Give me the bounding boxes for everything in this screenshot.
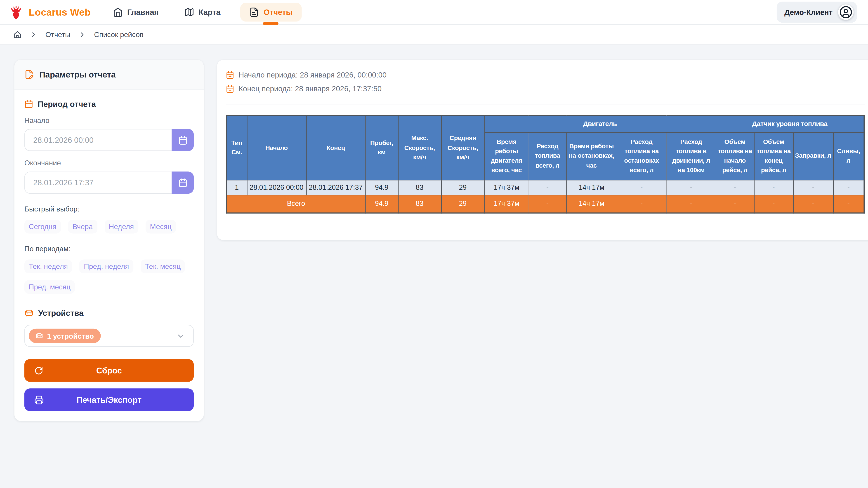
phoenix-logo-icon	[8, 3, 24, 21]
period-start-text: Начало периода: 28 января 2026, 00:00:00	[239, 71, 387, 79]
start-datetime-group	[24, 129, 194, 151]
trips-report-table: Тип См. Начало Конец Пробег, км Макс. Ск…	[226, 115, 865, 214]
device-tag-label: 1 устройство	[47, 332, 94, 340]
table-cell: -	[833, 180, 864, 195]
table-cell: -	[617, 195, 666, 213]
table-header-cell: Время работы двигателя всего, час	[485, 132, 529, 180]
table-header-cell: Средняя Скорость, км/ч	[441, 116, 485, 180]
map-icon	[184, 7, 194, 17]
table-header-cell: Макс. Скорость, км/ч	[398, 116, 441, 180]
table-cell: -	[793, 180, 833, 195]
table-header-cell: Конец	[306, 116, 365, 180]
period-section-title: Период отчета	[24, 100, 194, 108]
table-cell: 94.9	[365, 180, 398, 195]
nav-item-reports[interactable]: Отчеты	[240, 3, 301, 22]
start-calendar-button[interactable]	[172, 129, 194, 151]
period-end-line: Конец периода: 28 января 2026, 17:37:50	[226, 85, 865, 93]
car-icon	[35, 332, 43, 339]
by-periods-row: Тек. неделя Пред. неделя Тек. месяц Пред…	[24, 260, 194, 294]
user-menu-button[interactable]: Демо-Клиент	[777, 2, 857, 23]
active-tab-underline	[263, 22, 279, 25]
period-link-prev-week[interactable]: Пред. неделя	[79, 260, 133, 273]
calendar-minus-icon	[226, 85, 234, 93]
home-icon	[113, 7, 123, 17]
brand-name: Locarus Web	[29, 6, 91, 18]
file-pen-icon	[24, 70, 34, 79]
table-header-cell: Начало	[247, 116, 306, 180]
nav-label: Карта	[198, 8, 220, 17]
table-header-cell: Заправки, л	[793, 132, 833, 180]
devices-section-title: Устройства	[24, 308, 194, 318]
start-datetime-input[interactable]	[24, 129, 172, 151]
brand-logo[interactable]: Locarus Web	[8, 3, 91, 21]
table-cell: 94.9	[365, 195, 398, 213]
devices-section-label: Устройства	[38, 308, 84, 317]
nav-item-home[interactable]: Главная	[107, 3, 164, 22]
panel-title: Параметры отчета	[39, 70, 116, 79]
period-link-current-week[interactable]: Тек. неделя	[24, 260, 72, 273]
device-select[interactable]: 1 устройство	[24, 325, 194, 347]
table-header-cell: Пробег, км	[365, 116, 398, 180]
reset-button[interactable]: Сброс	[24, 359, 194, 382]
table-cell: 17ч 37м	[485, 180, 529, 195]
start-label: Начало	[24, 116, 194, 125]
avatar	[838, 4, 854, 20]
breadcrumb-current: Список рейсов	[94, 31, 144, 39]
calendar-icon	[24, 100, 33, 108]
table-cell: -	[666, 195, 716, 213]
end-calendar-button[interactable]	[172, 171, 194, 194]
period-link-current-month[interactable]: Тек. месяц	[141, 260, 185, 273]
table-cell: 28.01.2026 00:00	[247, 180, 306, 195]
nav-item-map[interactable]: Карта	[179, 3, 226, 22]
total-label-cell: Всего	[226, 195, 366, 213]
end-datetime-group	[24, 171, 194, 194]
table-total-row: Всего 94.9 83 29 17ч 37м - 14ч 17м - - -…	[226, 195, 864, 213]
table-header-cell: Сливы, л	[833, 132, 864, 180]
table-cell: 83	[398, 195, 441, 213]
breadcrumb-home-icon[interactable]	[13, 31, 22, 39]
car-icon	[24, 308, 34, 318]
table-header-cell: Тип См.	[226, 116, 247, 180]
chevron-right-icon	[79, 31, 86, 38]
quick-link-month[interactable]: Месяц	[146, 220, 176, 233]
user-name: Демо-Клиент	[784, 8, 833, 17]
quick-select-row: Сегодня Вчера Неделя Месяц	[24, 220, 194, 233]
print-export-button[interactable]: Печать/Экспорт	[24, 388, 194, 411]
table-cell: 83	[398, 180, 441, 195]
table-cell: 1	[226, 180, 247, 195]
table-cell: -	[716, 195, 754, 213]
quick-select-label: Быстрый выбор:	[24, 205, 194, 213]
table-cell: -	[754, 195, 794, 213]
breadcrumb: Отчеты Список рейсов	[0, 25, 868, 45]
report-parameters-panel: Параметры отчета Период отчета Начало	[14, 60, 204, 421]
table-cell: 29	[441, 195, 485, 213]
table-cell: -	[666, 180, 716, 195]
end-datetime-input[interactable]	[24, 171, 172, 194]
table-cell: -	[793, 195, 833, 213]
table-group-header-engine: Двигатель	[485, 116, 716, 132]
main-nav: Главная Карта Отчеты	[107, 0, 302, 24]
quick-link-yesterday[interactable]: Вчера	[68, 220, 97, 233]
table-header-cell: Объем топлива на конец рейса, л	[754, 132, 794, 180]
table-cell: -	[833, 195, 864, 213]
period-end-text: Конец периода: 28 января 2026, 17:37:50	[239, 85, 382, 93]
table-group-header-fuel-sensor: Датчик уровня топлива	[716, 116, 864, 132]
table-header-cell: Время работы на остановках, час	[566, 132, 617, 180]
panel-header: Параметры отчета	[14, 60, 204, 90]
table-header-cell: Расход топлива на остановках всего, л	[617, 132, 666, 180]
table-cell: -	[529, 180, 566, 195]
nav-label: Отчеты	[264, 8, 292, 17]
quick-link-today[interactable]: Сегодня	[24, 220, 61, 233]
quick-link-week[interactable]: Неделя	[104, 220, 138, 233]
content-area: Параметры отчета Период отчета Начало	[0, 45, 868, 421]
period-section-label: Период отчета	[38, 100, 96, 108]
breadcrumb-reports[interactable]: Отчеты	[45, 31, 70, 39]
file-text-icon	[249, 7, 259, 17]
table-cell: 14ч 17м	[566, 195, 617, 213]
chevron-down-icon	[176, 331, 186, 341]
nav-label: Главная	[127, 8, 159, 17]
end-label: Окончание	[24, 159, 194, 167]
period-link-prev-month[interactable]: Пред. месяц	[24, 280, 75, 294]
table-cell: 29	[441, 180, 485, 195]
table-cell: 28.01.2026 17:37	[306, 180, 365, 195]
